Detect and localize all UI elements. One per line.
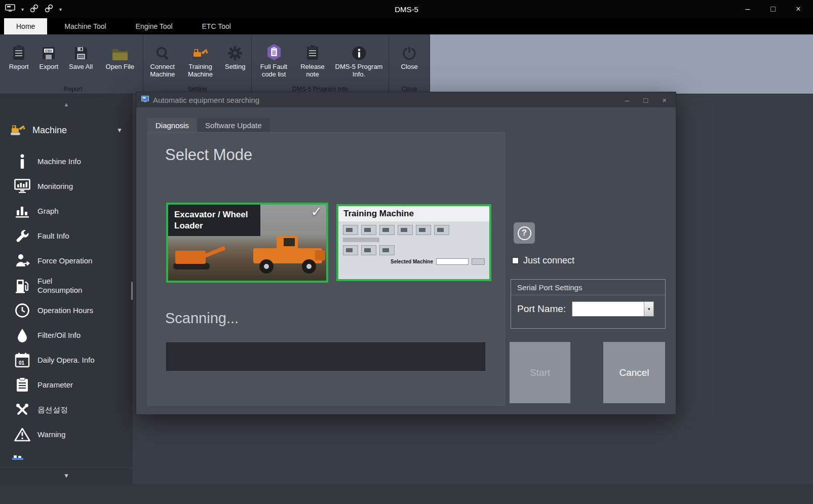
- machine-thumb-icon: [379, 225, 395, 235]
- mode-card-label: Excavator / Wheel Loader: [168, 205, 260, 236]
- machine-thumb-icon: [434, 225, 449, 235]
- sidebar-item-label: Warning: [37, 430, 113, 439]
- dialog-controls: – □ ×: [625, 96, 671, 104]
- dialog-minimize-button[interactable]: –: [625, 96, 629, 104]
- ribbon: Report CSV Export Save All Open File Rep…: [0, 34, 813, 94]
- sidebar-item-label: Monitoring: [37, 182, 113, 191]
- decor-shape: [284, 238, 295, 246]
- ribbon-button-label: Close: [401, 63, 417, 71]
- link-icon[interactable]: [45, 4, 53, 15]
- tab-home[interactable]: Home: [4, 18, 47, 34]
- ribbon-button-label: Report: [9, 63, 29, 71]
- dialog-title: Automatic equipment searching: [153, 96, 259, 104]
- ribbon-button-label: Export: [40, 63, 59, 71]
- training-machine-button[interactable]: Training Machine: [182, 40, 219, 78]
- scan-progress-bar: [166, 342, 485, 371]
- dialog-maximize-button[interactable]: □: [643, 96, 648, 104]
- sidebar-item-option-settings[interactable]: 옵션설정: [0, 397, 133, 422]
- search-connect-icon: [155, 40, 170, 61]
- sidebar-item-fault-info[interactable]: Fault Info: [0, 223, 133, 248]
- tab-machine-tool[interactable]: Machine Tool: [52, 18, 118, 34]
- just-connect-option[interactable]: Just connect: [512, 255, 574, 266]
- monitor-icon[interactable]: [5, 4, 15, 14]
- mode-card-training-machine[interactable]: Training Machine: [336, 204, 491, 281]
- dialog-titlebar[interactable]: Automatic equipment searching – □ ×: [136, 92, 676, 107]
- splitter-handle[interactable]: [131, 282, 133, 300]
- sidebar-item-daily-opera-info[interactable]: 01 Daily Opera. Info: [0, 347, 133, 372]
- sidebar-item-warning[interactable]: Warning: [0, 422, 133, 447]
- machine-thumb-icon: [379, 245, 395, 255]
- report-button[interactable]: Report: [5, 40, 33, 71]
- wrench-icon: [7, 228, 37, 244]
- ribbon-button-label: Connect Machine: [144, 63, 181, 78]
- sidebar-item-monitoring[interactable]: Monitoring: [0, 174, 133, 199]
- chevron-down-icon[interactable]: ▼: [644, 302, 653, 316]
- fault-code-hexagon-icon: [266, 40, 282, 61]
- mode-card-excavator-wheel-loader[interactable]: Excavator / Wheel Loader ✓: [166, 203, 328, 283]
- dialog-close-button[interactable]: ×: [662, 96, 667, 104]
- sidebar-item-label: Graph: [37, 207, 113, 216]
- window-title: DMS-5: [395, 0, 418, 18]
- sidebar-item-graph[interactable]: Graph: [0, 199, 133, 223]
- sidebar-item-label: Force Operation: [37, 256, 113, 265]
- setting-button[interactable]: Setting: [220, 40, 250, 71]
- tab-diagnosis[interactable]: Diagnosis: [147, 118, 197, 132]
- link-icon[interactable]: [30, 4, 38, 15]
- connect-machine-button[interactable]: Connect Machine: [144, 40, 181, 78]
- sidebar-item-label: Fuel Consumption: [37, 277, 84, 294]
- tab-software-update[interactable]: Software Update: [197, 118, 270, 132]
- chevron-down-icon[interactable]: ▾: [59, 7, 62, 12]
- sidebar-scroll-down-icon[interactable]: ▼: [0, 468, 133, 484]
- sidebar-item-parameter[interactable]: Parameter: [0, 372, 133, 397]
- machine-thumb-icon: [361, 225, 376, 235]
- ribbon-filler: [430, 34, 813, 94]
- save-icon: [73, 40, 89, 61]
- tab-engine-tool[interactable]: Engine Tool: [124, 18, 185, 34]
- training-card-title: Training Machine: [338, 206, 489, 221]
- minimize-button[interactable]: –: [735, 0, 760, 18]
- maximize-button[interactable]: □: [760, 0, 786, 18]
- cancel-button[interactable]: Cancel: [603, 342, 665, 403]
- release-note-button[interactable]: Release note: [296, 40, 329, 78]
- port-name-row: Port Name: ▼: [511, 295, 665, 317]
- dialog-body: Diagnosis Software Update Select Mode: [136, 107, 676, 414]
- sidebar-item-fuel-consumption[interactable]: Fuel Consumption: [0, 273, 133, 298]
- partial-item-icon: [12, 453, 23, 462]
- decor-shape: [315, 250, 325, 260]
- close-program-button[interactable]: Close: [392, 40, 427, 71]
- window-controls: – □ ×: [735, 0, 811, 18]
- save-all-button[interactable]: Save All: [65, 40, 97, 71]
- tab-etc-tool[interactable]: ETC Tool: [190, 18, 243, 34]
- sidebar-item-operation-hours[interactable]: Operation Hours: [0, 298, 133, 323]
- export-button[interactable]: CSV Export: [34, 40, 63, 71]
- decor-shape: [175, 251, 206, 264]
- list-icon: [7, 377, 37, 393]
- report-clipboard-icon: [12, 40, 25, 61]
- titlebar: ▾ ▾ DMS-5 – □ ×: [0, 0, 813, 18]
- calendar-icon: 01: [7, 353, 37, 368]
- dms5-program-info-button[interactable]: DMS-5 Program Info.: [332, 40, 386, 78]
- sidebar-item-machine-info[interactable]: Machine Info: [0, 149, 133, 174]
- fuel-pump-icon: [7, 278, 37, 293]
- start-button[interactable]: Start: [510, 342, 570, 403]
- sidebar-item-filter-oil-info[interactable]: Filter/Oil Info: [0, 323, 133, 347]
- clock-icon: [7, 303, 37, 318]
- machine-thumb-icon: [343, 225, 358, 235]
- help-button[interactable]: ?: [514, 222, 535, 244]
- just-connect-label: Just connect: [523, 255, 574, 266]
- sidebar-scroll-up-icon[interactable]: ▲: [0, 101, 133, 107]
- ribbon-group-report: Report CSV Export Save All Open File Rep…: [3, 34, 143, 94]
- sidebar-machine-header[interactable]: Machine ▼: [0, 117, 133, 144]
- port-name-combobox[interactable]: ▼: [572, 301, 654, 317]
- open-file-button[interactable]: Open File: [99, 40, 141, 71]
- chevron-down-icon[interactable]: ▾: [21, 7, 24, 12]
- decor-shape: [343, 238, 379, 242]
- just-connect-checkbox[interactable]: [512, 257, 519, 264]
- gear-icon: [227, 40, 243, 61]
- close-button[interactable]: ×: [786, 0, 811, 18]
- sidebar: ▲ Machine ▼ Machine Info Monitoring Grap…: [0, 94, 133, 484]
- chevron-down-icon[interactable]: ▼: [117, 127, 123, 134]
- full-fault-code-list-button[interactable]: Full Fault code list: [254, 40, 294, 78]
- sidebar-item-force-operation[interactable]: Force Operation: [0, 248, 133, 273]
- serial-port-settings-title: Serial Port Settings: [511, 280, 665, 295]
